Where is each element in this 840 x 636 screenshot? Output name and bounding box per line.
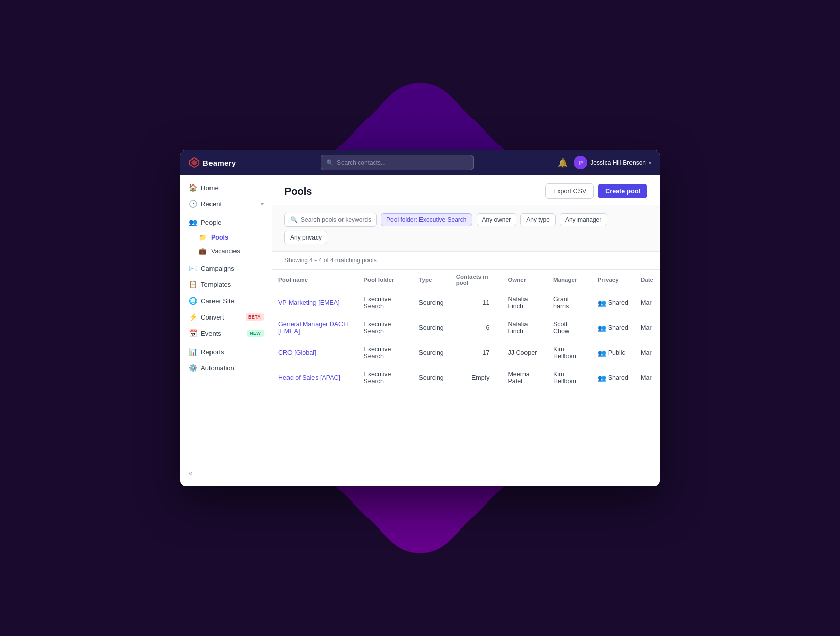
nav-right: 🔔 P Jessica Hill-Brenson ▾ bbox=[558, 156, 651, 169]
privacy-icon: 👥 bbox=[598, 374, 606, 382]
col-pool-folder: Pool folder bbox=[357, 270, 412, 290]
cell-folder: Executive Search bbox=[357, 290, 412, 315]
sidebar-item-home[interactable]: 🏠 Home bbox=[180, 179, 272, 196]
recent-icon: 🕐 bbox=[189, 200, 197, 208]
sidebar-item-label-people: People bbox=[201, 219, 264, 226]
cell-manager: Scott Chow bbox=[547, 315, 592, 340]
sidebar-item-label-recent: Recent bbox=[201, 200, 257, 208]
sidebar-item-convert[interactable]: ⚡ Convert Beta bbox=[180, 309, 272, 325]
sidebar-item-events[interactable]: 📅 Events New bbox=[180, 325, 272, 341]
cell-contacts: 17 bbox=[450, 340, 502, 365]
sidebar-item-label-pools: Pools bbox=[211, 234, 228, 241]
cell-date: Mar bbox=[635, 315, 660, 340]
privacy-icon: 👥 bbox=[598, 324, 606, 332]
owner-filter[interactable]: Any owner bbox=[477, 213, 517, 226]
sidebar-item-label-career-site: Career Site bbox=[201, 297, 264, 305]
privacy-filter[interactable]: Any privacy bbox=[284, 231, 327, 244]
cell-privacy: 👥 Shared bbox=[592, 315, 635, 340]
folder-filter[interactable]: Pool folder: Executive Search bbox=[381, 213, 472, 226]
table-row: VP Marketing [EMEA] Executive Search Sou… bbox=[272, 290, 660, 315]
cell-type: Sourcing bbox=[412, 290, 450, 315]
results-info: Showing 4 - 4 of 4 matching pools bbox=[272, 252, 660, 270]
export-csv-button[interactable]: Export CSV bbox=[545, 183, 594, 199]
page-header: Pools Export CSV Create pool bbox=[272, 175, 660, 205]
sidebar-item-people[interactable]: 👥 People bbox=[180, 214, 272, 230]
reports-icon: 📊 bbox=[189, 348, 197, 356]
cell-privacy: 👥 Shared bbox=[592, 365, 635, 390]
pool-name-link[interactable]: General Manager DACH [EMEA] bbox=[278, 321, 348, 335]
results-count: Showing 4 - 4 of 4 matching pools bbox=[284, 257, 377, 264]
chevron-icon: ▾ bbox=[261, 201, 264, 207]
sidebar-collapse-button[interactable]: « bbox=[180, 464, 272, 482]
pool-name-link[interactable]: Head of Sales [APAC] bbox=[278, 374, 340, 381]
search-pools-placeholder: Search pools or keywords bbox=[301, 216, 371, 223]
filters-bar: 🔍 Search pools or keywords Pool folder: … bbox=[272, 205, 660, 252]
sidebar-item-vacancies[interactable]: 💼 Vacancies bbox=[180, 244, 272, 258]
main-content: Pools Export CSV Create pool 🔍 Search po… bbox=[272, 175, 660, 486]
beamery-logo-icon bbox=[189, 157, 200, 168]
notifications-button[interactable]: 🔔 bbox=[558, 158, 568, 168]
templates-icon: 📋 bbox=[189, 280, 197, 288]
privacy-icon: 👥 bbox=[598, 349, 606, 357]
pools-tbody: VP Marketing [EMEA] Executive Search Sou… bbox=[272, 290, 660, 390]
cell-owner: Natalia Finch bbox=[502, 290, 547, 315]
sidebar-item-reports[interactable]: 📊 Reports bbox=[180, 343, 272, 360]
sidebar-item-recent[interactable]: 🕐 Recent ▾ bbox=[180, 196, 272, 212]
cell-type: Sourcing bbox=[412, 340, 450, 365]
pools-icon: 📁 bbox=[199, 233, 207, 241]
search-bar[interactable]: 🔍 Search contacts... bbox=[321, 155, 474, 170]
col-privacy: Privacy bbox=[592, 270, 635, 290]
sidebar-item-label-reports: Reports bbox=[201, 348, 264, 356]
create-pool-button[interactable]: Create pool bbox=[598, 184, 647, 198]
sidebar-item-automation[interactable]: ⚙️ Automation bbox=[180, 360, 272, 376]
table-row: CRO [Global] Executive Search Sourcing 1… bbox=[272, 340, 660, 365]
cell-pool-name[interactable]: CRO [Global] bbox=[272, 340, 357, 365]
logo-area: Beamery bbox=[189, 157, 236, 168]
search-pools-icon: 🔍 bbox=[290, 216, 298, 223]
type-filter[interactable]: Any type bbox=[520, 213, 556, 226]
table-row: General Manager DACH [EMEA] Executive Se… bbox=[272, 315, 660, 340]
cell-pool-name[interactable]: Head of Sales [APAC] bbox=[272, 365, 357, 390]
cell-date: Mar bbox=[635, 290, 660, 315]
sidebar-item-label-automation: Automation bbox=[201, 364, 264, 372]
pools-table-wrapper: Pool name Pool folder Type Contacts in p… bbox=[272, 270, 660, 486]
page-title: Pools bbox=[284, 186, 312, 197]
pool-name-link[interactable]: CRO [Global] bbox=[278, 349, 316, 356]
user-avatar: P bbox=[574, 156, 587, 169]
convert-icon: ⚡ bbox=[189, 313, 197, 321]
app-window: Beamery 🔍 Search contacts... 🔔 P Jessica… bbox=[180, 150, 660, 486]
sidebar-item-label-home: Home bbox=[201, 184, 264, 192]
pool-name-link[interactable]: VP Marketing [EMEA] bbox=[278, 299, 340, 306]
navbar: Beamery 🔍 Search contacts... 🔔 P Jessica… bbox=[180, 150, 660, 175]
new-badge: New bbox=[247, 330, 264, 337]
sidebar-item-career-site[interactable]: 🌐 Career Site bbox=[180, 293, 272, 309]
table-header: Pool name Pool folder Type Contacts in p… bbox=[272, 270, 660, 290]
people-icon: 👥 bbox=[189, 218, 197, 226]
campaigns-icon: ✉️ bbox=[189, 264, 197, 272]
sidebar-item-campaigns[interactable]: ✉️ Campaigns bbox=[180, 260, 272, 276]
cell-contacts: Empty bbox=[450, 365, 502, 390]
cell-type: Sourcing bbox=[412, 365, 450, 390]
search-pools-input[interactable]: 🔍 Search pools or keywords bbox=[284, 213, 377, 227]
cell-pool-name[interactable]: VP Marketing [EMEA] bbox=[272, 290, 357, 315]
col-type: Type bbox=[412, 270, 450, 290]
col-date: Date bbox=[635, 270, 660, 290]
sidebar-item-pools[interactable]: 📁 Pools bbox=[180, 230, 272, 244]
cell-owner: JJ Cooper bbox=[502, 340, 547, 365]
vacancies-icon: 💼 bbox=[199, 247, 207, 255]
cell-pool-name[interactable]: General Manager DACH [EMEA] bbox=[272, 315, 357, 340]
page-actions: Export CSV Create pool bbox=[545, 183, 647, 199]
cell-manager: Kim Hellbom bbox=[547, 365, 592, 390]
career-site-icon: 🌐 bbox=[189, 297, 197, 305]
beta-badge: Beta bbox=[246, 313, 264, 321]
user-menu-button[interactable]: P Jessica Hill-Brenson ▾ bbox=[574, 156, 651, 169]
sidebar-item-label-campaigns: Campaigns bbox=[201, 264, 264, 272]
col-owner: Owner bbox=[502, 270, 547, 290]
cell-privacy: 👥 Shared bbox=[592, 290, 635, 315]
cell-privacy: 👥 Public bbox=[592, 340, 635, 365]
sidebar-item-templates[interactable]: 📋 Templates bbox=[180, 276, 272, 293]
svg-marker-1 bbox=[192, 160, 197, 166]
sidebar-item-label-vacancies: Vacancies bbox=[211, 248, 240, 255]
manager-filter[interactable]: Any manager bbox=[560, 213, 607, 226]
search-icon: 🔍 bbox=[326, 159, 334, 166]
